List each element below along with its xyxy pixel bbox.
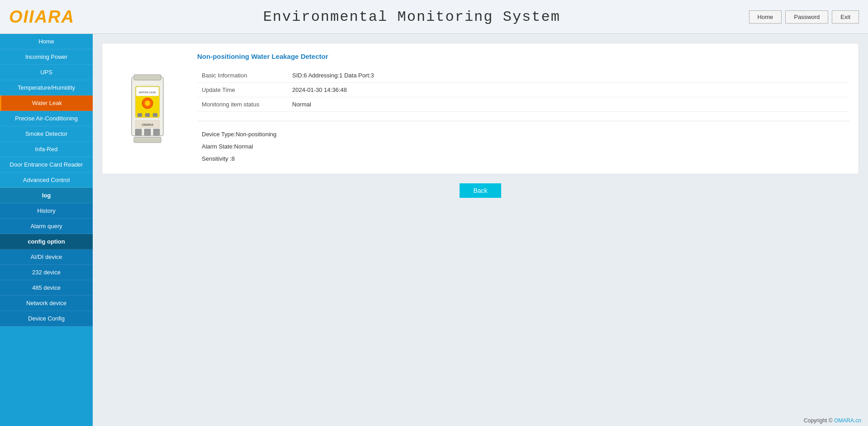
svg-rect-9 bbox=[145, 113, 150, 117]
svg-rect-2 bbox=[134, 137, 161, 143]
logo: OIIARA bbox=[9, 7, 75, 27]
sidebar-item-history[interactable]: History bbox=[0, 203, 93, 219]
svg-rect-14 bbox=[144, 129, 151, 135]
info-table: Basic Information SID:6 Addressing:1 Dat… bbox=[197, 68, 849, 112]
home-button[interactable]: Home bbox=[749, 10, 782, 24]
update-time-value: 2024-01-30 14:36:48 bbox=[288, 83, 849, 97]
sidebar-item-485-device[interactable]: 485 device bbox=[0, 280, 93, 296]
footer-link[interactable]: OMARA.cn bbox=[834, 417, 861, 424]
basic-info-label: Basic Information bbox=[197, 68, 288, 83]
update-time-label: Update Time bbox=[197, 83, 288, 97]
sidebar-item-log[interactable]: log bbox=[0, 188, 93, 203]
sidebar-item-advanced-control[interactable]: Advanced Control bbox=[0, 172, 93, 188]
monitoring-status-value: Normal bbox=[288, 97, 849, 112]
sidebar-item-network-device[interactable]: Network device bbox=[0, 296, 93, 311]
device-card: WATER LEAK OMARA bbox=[102, 43, 859, 174]
table-row: Update Time 2024-01-30 14:36:48 bbox=[197, 83, 849, 97]
sidebar-item-232-device[interactable]: 232 device bbox=[0, 265, 93, 280]
sidebar-item-temperature-humidity[interactable]: Temperature/Humidity bbox=[0, 80, 93, 96]
svg-text:OMARA: OMARA bbox=[142, 123, 153, 126]
sidebar-item-infa-red[interactable]: Infa-Red bbox=[0, 142, 93, 157]
divider bbox=[197, 121, 849, 121]
header-buttons: Home Password Exit bbox=[749, 10, 859, 24]
sidebar: Home Incoming Power UPS Temperature/Humi… bbox=[0, 34, 93, 426]
footer: Copyright © OMARA.cn bbox=[93, 415, 868, 426]
footer-text: Copyright © bbox=[804, 417, 833, 424]
header: OIIARA Environmental Monitoring System H… bbox=[0, 0, 868, 34]
sidebar-item-precise-air[interactable]: Precise Air-Conditioning bbox=[0, 111, 93, 126]
sidebar-item-ups[interactable]: UPS bbox=[0, 65, 93, 80]
table-row: Basic Information SID:6 Addressing:1 Dat… bbox=[197, 68, 849, 83]
page-title: Environmental Monitoring System bbox=[75, 9, 749, 25]
layout: Home Incoming Power UPS Temperature/Humi… bbox=[0, 34, 868, 426]
device-image: WATER LEAK OMARA bbox=[123, 72, 172, 145]
svg-rect-1 bbox=[134, 75, 161, 80]
sidebar-item-config-option[interactable]: config option bbox=[0, 234, 93, 249]
sidebar-item-alarm-query[interactable]: Alarm query bbox=[0, 219, 93, 234]
password-button[interactable]: Password bbox=[785, 10, 828, 24]
sidebar-item-smoke-detector[interactable]: Smoke Detector bbox=[0, 126, 93, 142]
logo-area: OIIARA bbox=[9, 7, 75, 27]
monitoring-status-label: Monitoring item status bbox=[197, 97, 288, 112]
sidebar-item-home[interactable]: Home bbox=[0, 34, 93, 49]
back-area: Back bbox=[102, 183, 859, 198]
device-type-row: Device Type:Non-positioning bbox=[197, 128, 849, 140]
sensitivity-row: Sensitivity :8 bbox=[197, 153, 849, 165]
sidebar-item-door-entrance[interactable]: Door Entrance Card Reader bbox=[0, 157, 93, 172]
svg-text:WATER LEAK: WATER LEAK bbox=[139, 91, 156, 94]
back-button[interactable]: Back bbox=[460, 183, 501, 198]
sidebar-item-device-config[interactable]: Device Config bbox=[0, 311, 93, 326]
sidebar-item-incoming-power[interactable]: Incoming Power bbox=[0, 49, 93, 65]
sidebar-item-water-leak[interactable]: Water Leak bbox=[0, 96, 93, 111]
device-info-area: Non-positioning Water Leakage Detector B… bbox=[197, 53, 849, 165]
svg-point-7 bbox=[145, 101, 150, 106]
device-title: Non-positioning Water Leakage Detector bbox=[197, 53, 849, 60]
table-row: Monitoring item status Normal bbox=[197, 97, 849, 112]
device-image-area: WATER LEAK OMARA bbox=[111, 53, 184, 165]
sidebar-item-ai-di-device[interactable]: AI/DI device bbox=[0, 249, 93, 265]
basic-info-value: SID:6 Addressing:1 Data Port:3 bbox=[288, 68, 849, 83]
main-content: WATER LEAK OMARA bbox=[93, 34, 868, 426]
svg-rect-13 bbox=[135, 129, 142, 135]
svg-rect-10 bbox=[153, 113, 157, 117]
svg-rect-8 bbox=[138, 113, 142, 117]
svg-rect-15 bbox=[153, 129, 160, 135]
alarm-state-row: Alarm State:Normal bbox=[197, 140, 849, 153]
exit-button[interactable]: Exit bbox=[832, 10, 859, 24]
